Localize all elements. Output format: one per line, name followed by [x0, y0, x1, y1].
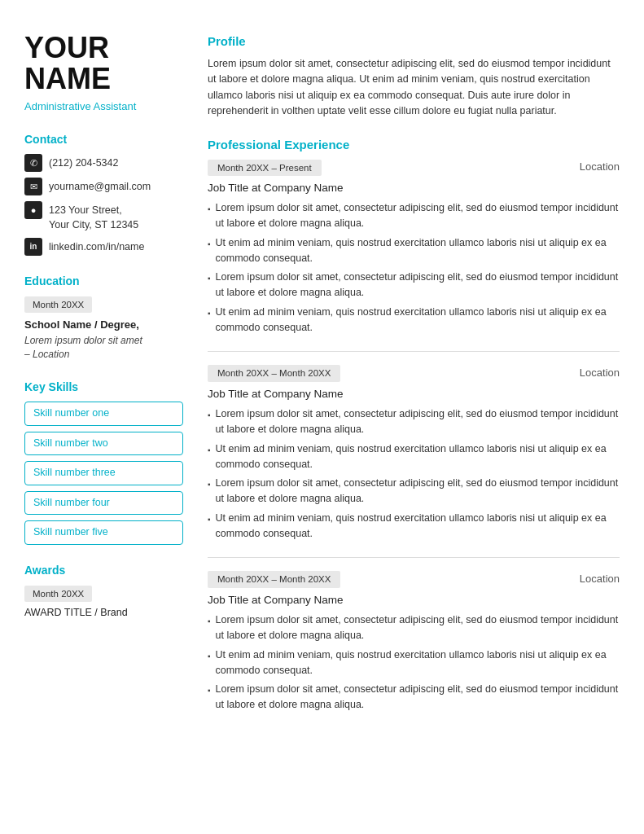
bullet: Lorem ipsum dolor sit amet, consectetur …	[208, 682, 620, 713]
email-icon: ✉	[24, 178, 42, 195]
name-heading: YOUR NAME	[24, 33, 183, 94]
exp-1-bullets: Lorem ipsum dolor sit amet, consectetur …	[208, 200, 620, 335]
contact-section-title: Contact	[24, 132, 183, 148]
contact-list: ✆ (212) 204-5342 ✉ yourname@gmail.com ● …	[24, 154, 183, 256]
skill-5[interactable]: Skill number five	[24, 520, 183, 545]
name-block: YOUR NAME Administrative Assistant	[24, 33, 183, 114]
profile-text: Lorem ipsum dolor sit amet, consectetur …	[208, 56, 620, 120]
linkedin-icon: in	[24, 238, 42, 256]
exp-3-header: Month 20XX – Month 20XX Location	[208, 571, 620, 587]
bullet: Lorem ipsum dolor sit amet, consectetur …	[208, 476, 620, 507]
location-icon: ●	[24, 201, 42, 219]
linkedin-text: linkedin.com/in/name	[49, 238, 144, 255]
exp-1-jobtitle: Job Title at Company Name	[208, 181, 620, 196]
address-text: 123 Your Street,Your City, ST 12345	[49, 201, 138, 232]
exp-1-date: Month 20XX – Present	[208, 160, 322, 176]
skill-3[interactable]: Skill number three	[24, 461, 183, 485]
exp-2-bullets: Lorem ipsum dolor sit amet, consectetur …	[208, 406, 620, 541]
contact-email: ✉ yourname@gmail.com	[24, 178, 183, 195]
bullet: Lorem ipsum dolor sit amet, consectetur …	[208, 270, 620, 301]
bullet: Ut enim ad minim veniam, quis nostrud ex…	[208, 647, 620, 678]
award-date-badge: Month 20XX	[24, 586, 92, 602]
exp-2-jobtitle: Job Title at Company Name	[208, 387, 620, 402]
bullet: Lorem ipsum dolor sit amet, consectetur …	[208, 406, 620, 437]
bullet: Lorem ipsum dolor sit amet, consectetur …	[208, 612, 620, 643]
skills-list: Skill number one Skill number two Skill …	[24, 402, 183, 545]
skills-section-title: Key Skills	[24, 380, 183, 396]
experience-2: Month 20XX – Month 20XX Location Job Tit…	[208, 365, 620, 541]
exp-1-location: Location	[580, 160, 620, 174]
bullet: Ut enim ad minim veniam, quis nostrud ex…	[208, 305, 620, 336]
bullet: Ut enim ad minim veniam, quis nostrud ex…	[208, 511, 620, 542]
education-block: Month 20XX School Name / Degree, Lorem i…	[24, 296, 183, 362]
bullet: Ut enim ad minim veniam, quis nostrud ex…	[208, 235, 620, 266]
exp-2-date: Month 20XX – Month 20XX	[208, 365, 340, 381]
edu-date-badge: Month 20XX	[24, 296, 92, 313]
bullet: Ut enim ad minim veniam, quis nostrud ex…	[208, 441, 620, 472]
left-column: YOUR NAME Administrative Assistant Conta…	[24, 33, 183, 801]
divider-1	[208, 351, 620, 352]
phone-icon: ✆	[24, 154, 42, 172]
right-column: Profile Lorem ipsum dolor sit amet, cons…	[208, 33, 620, 801]
divider-2	[208, 557, 620, 558]
exp-2-location: Location	[580, 366, 620, 380]
experience-section-title: Professional Experience	[208, 136, 620, 153]
experience-1: Month 20XX – Present Location Job Title …	[208, 160, 620, 336]
exp-3-location: Location	[580, 572, 620, 586]
exp-3-jobtitle: Job Title at Company Name	[208, 593, 620, 608]
profile-section-title: Profile	[208, 33, 620, 50]
job-subtitle: Administrative Assistant	[24, 99, 183, 114]
awards-section-title: Awards	[24, 563, 183, 579]
skill-1[interactable]: Skill number one	[24, 402, 183, 426]
exp-3-bullets: Lorem ipsum dolor sit amet, consectetur …	[208, 612, 620, 713]
education-section-title: Education	[24, 274, 183, 290]
skill-2[interactable]: Skill number two	[24, 432, 183, 456]
edu-school: School Name / Degree,	[24, 318, 183, 332]
email-text: yourname@gmail.com	[49, 178, 151, 195]
contact-address: ● 123 Your Street,Your City, ST 12345	[24, 201, 183, 232]
edu-detail: Lorem ipsum dolor sit amet– Location	[24, 334, 183, 362]
contact-linkedin: in linkedin.com/in/name	[24, 238, 183, 256]
exp-1-header: Month 20XX – Present Location	[208, 160, 620, 176]
award-title: AWARD TITLE / Brand	[24, 606, 183, 621]
exp-2-header: Month 20XX – Month 20XX Location	[208, 365, 620, 381]
bullet: Lorem ipsum dolor sit amet, consectetur …	[208, 200, 620, 231]
awards-block: Month 20XX AWARD TITLE / Brand	[24, 586, 183, 621]
experience-3: Month 20XX – Month 20XX Location Job Tit…	[208, 571, 620, 712]
phone-text: (212) 204-5342	[49, 154, 118, 171]
resume-page: YOUR NAME Administrative Assistant Conta…	[0, 0, 644, 834]
skill-4[interactable]: Skill number four	[24, 491, 183, 516]
contact-phone: ✆ (212) 204-5342	[24, 154, 183, 172]
exp-3-date: Month 20XX – Month 20XX	[208, 571, 340, 587]
